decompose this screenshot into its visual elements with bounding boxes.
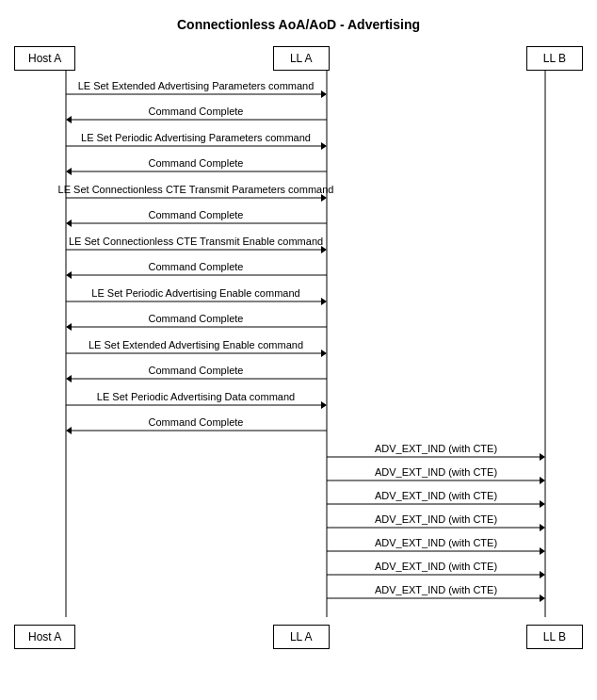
svg-marker-64 xyxy=(540,594,545,602)
svg-text:LE Set Connectionless CTE Tran: LE Set Connectionless CTE Transmit Param… xyxy=(58,184,334,195)
svg-marker-55 xyxy=(540,524,545,531)
svg-text:Command Complete: Command Complete xyxy=(149,365,244,376)
svg-text:ADV_EXT_IND (with CTE): ADV_EXT_IND (with CTE) xyxy=(375,584,497,595)
svg-marker-58 xyxy=(540,547,545,555)
svg-marker-40 xyxy=(321,401,327,409)
svg-text:ADV_EXT_IND (with CTE): ADV_EXT_IND (with CTE) xyxy=(375,537,497,548)
participant-ll-b-top: LL B xyxy=(526,46,583,71)
svg-marker-31 xyxy=(66,323,72,331)
svg-text:LE Set Periodic Advertising En: LE Set Periodic Advertising Enable comma… xyxy=(91,287,299,299)
participant-host-a-bottom: Host A xyxy=(14,625,75,649)
svg-marker-13 xyxy=(66,168,72,175)
svg-text:LE Set Connectionless CTE Tran: LE Set Connectionless CTE Transmit Enabl… xyxy=(69,236,323,247)
svg-marker-25 xyxy=(66,271,72,279)
svg-marker-49 xyxy=(540,477,545,484)
participant-ll-a-bottom: LL A xyxy=(273,625,330,649)
svg-text:Command Complete: Command Complete xyxy=(149,157,244,169)
svg-text:Command Complete: Command Complete xyxy=(149,416,244,428)
participant-host-a-top: Host A xyxy=(14,46,75,71)
svg-marker-34 xyxy=(321,350,327,357)
svg-text:ADV_EXT_IND (with CTE): ADV_EXT_IND (with CTE) xyxy=(375,561,497,572)
svg-text:ADV_EXT_IND (with CTE): ADV_EXT_IND (with CTE) xyxy=(375,466,497,478)
svg-text:ADV_EXT_IND (with CTE): ADV_EXT_IND (with CTE) xyxy=(375,513,497,525)
svg-marker-7 xyxy=(66,116,72,123)
svg-text:LE Set Periodic Advertising Pa: LE Set Periodic Advertising Parameters c… xyxy=(81,132,311,143)
svg-text:Command Complete: Command Complete xyxy=(149,313,244,324)
svg-marker-28 xyxy=(321,298,327,305)
svg-marker-52 xyxy=(540,500,545,508)
svg-text:ADV_EXT_IND (with CTE): ADV_EXT_IND (with CTE) xyxy=(375,443,497,454)
participant-ll-b-bottom: LL B xyxy=(526,625,583,649)
svg-marker-37 xyxy=(66,375,72,383)
svg-text:Command Complete: Command Complete xyxy=(149,209,244,220)
diagram-container: Connectionless AoA/AoD - Advertising Hos… xyxy=(0,0,597,700)
participant-ll-a-top: LL A xyxy=(273,46,330,71)
diagram-title: Connectionless AoA/AoD - Advertising xyxy=(0,9,597,32)
svg-marker-46 xyxy=(540,453,545,461)
svg-marker-4 xyxy=(321,90,327,98)
svg-text:LE Set Extended Advertising En: LE Set Extended Advertising Enable comma… xyxy=(89,339,303,350)
svg-text:LE Set Periodic Advertising Da: LE Set Periodic Advertising Data command xyxy=(97,391,295,402)
svg-text:ADV_EXT_IND (with CTE): ADV_EXT_IND (with CTE) xyxy=(375,490,497,501)
svg-text:LE Set Extended Advertising Pa: LE Set Extended Advertising Parameters c… xyxy=(78,80,315,91)
svg-marker-16 xyxy=(321,194,327,202)
svg-marker-61 xyxy=(540,571,545,578)
svg-marker-43 xyxy=(66,427,72,434)
svg-marker-22 xyxy=(321,246,327,253)
svg-marker-10 xyxy=(321,142,327,150)
sequence-diagram-svg: LE Set Extended Advertising Parameters c… xyxy=(7,71,590,627)
svg-marker-19 xyxy=(66,220,72,227)
svg-text:Command Complete: Command Complete xyxy=(149,261,244,272)
svg-text:Command Complete: Command Complete xyxy=(149,106,244,117)
